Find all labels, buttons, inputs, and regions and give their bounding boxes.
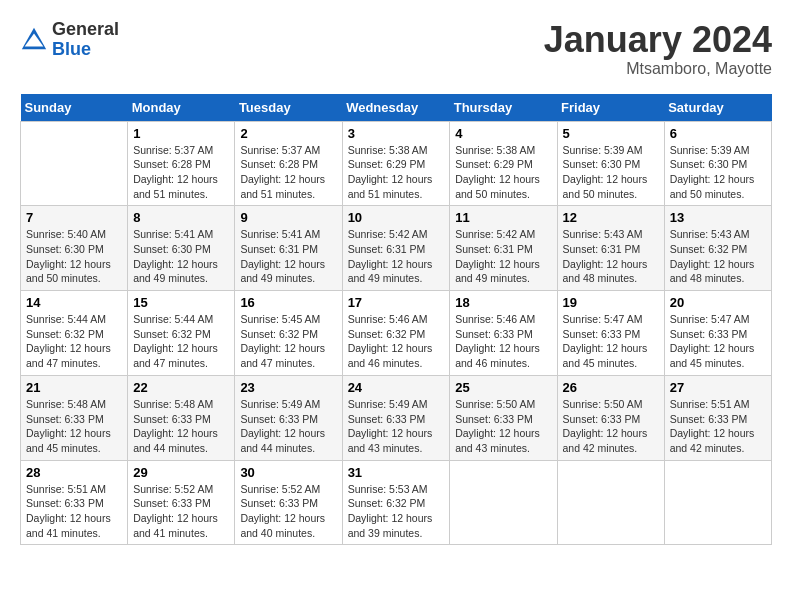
week-row-3: 14Sunrise: 5:44 AM Sunset: 6:32 PM Dayli… [21, 291, 772, 376]
day-number: 16 [240, 295, 336, 310]
week-row-4: 21Sunrise: 5:48 AM Sunset: 6:33 PM Dayli… [21, 375, 772, 460]
calendar-cell: 8Sunrise: 5:41 AM Sunset: 6:30 PM Daylig… [128, 206, 235, 291]
day-info: Sunrise: 5:39 AM Sunset: 6:30 PM Dayligh… [670, 143, 766, 202]
col-header-friday: Friday [557, 94, 664, 122]
col-header-saturday: Saturday [664, 94, 771, 122]
day-info: Sunrise: 5:47 AM Sunset: 6:33 PM Dayligh… [563, 312, 659, 371]
day-number: 18 [455, 295, 551, 310]
calendar-cell: 10Sunrise: 5:42 AM Sunset: 6:31 PM Dayli… [342, 206, 450, 291]
calendar-cell: 11Sunrise: 5:42 AM Sunset: 6:31 PM Dayli… [450, 206, 557, 291]
day-info: Sunrise: 5:50 AM Sunset: 6:33 PM Dayligh… [563, 397, 659, 456]
day-number: 3 [348, 126, 445, 141]
calendar-cell: 9Sunrise: 5:41 AM Sunset: 6:31 PM Daylig… [235, 206, 342, 291]
day-info: Sunrise: 5:53 AM Sunset: 6:32 PM Dayligh… [348, 482, 445, 541]
day-info: Sunrise: 5:48 AM Sunset: 6:33 PM Dayligh… [26, 397, 122, 456]
calendar-cell: 2Sunrise: 5:37 AM Sunset: 6:28 PM Daylig… [235, 121, 342, 206]
calendar-cell: 29Sunrise: 5:52 AM Sunset: 6:33 PM Dayli… [128, 460, 235, 545]
day-number: 13 [670, 210, 766, 225]
day-info: Sunrise: 5:49 AM Sunset: 6:33 PM Dayligh… [240, 397, 336, 456]
calendar-cell: 20Sunrise: 5:47 AM Sunset: 6:33 PM Dayli… [664, 291, 771, 376]
col-header-monday: Monday [128, 94, 235, 122]
day-number: 26 [563, 380, 659, 395]
location: Mtsamboro, Mayotte [544, 60, 772, 78]
calendar-cell: 24Sunrise: 5:49 AM Sunset: 6:33 PM Dayli… [342, 375, 450, 460]
day-info: Sunrise: 5:48 AM Sunset: 6:33 PM Dayligh… [133, 397, 229, 456]
calendar-cell [557, 460, 664, 545]
day-number: 8 [133, 210, 229, 225]
calendar-cell: 21Sunrise: 5:48 AM Sunset: 6:33 PM Dayli… [21, 375, 128, 460]
day-info: Sunrise: 5:47 AM Sunset: 6:33 PM Dayligh… [670, 312, 766, 371]
day-info: Sunrise: 5:43 AM Sunset: 6:31 PM Dayligh… [563, 227, 659, 286]
col-header-thursday: Thursday [450, 94, 557, 122]
day-number: 6 [670, 126, 766, 141]
logo: General Blue [20, 20, 119, 60]
day-number: 21 [26, 380, 122, 395]
calendar-table: SundayMondayTuesdayWednesdayThursdayFrid… [20, 94, 772, 546]
day-info: Sunrise: 5:37 AM Sunset: 6:28 PM Dayligh… [133, 143, 229, 202]
day-number: 30 [240, 465, 336, 480]
day-number: 2 [240, 126, 336, 141]
day-info: Sunrise: 5:51 AM Sunset: 6:33 PM Dayligh… [26, 482, 122, 541]
calendar-cell: 31Sunrise: 5:53 AM Sunset: 6:32 PM Dayli… [342, 460, 450, 545]
day-info: Sunrise: 5:52 AM Sunset: 6:33 PM Dayligh… [240, 482, 336, 541]
month-title: January 2024 [544, 20, 772, 60]
day-number: 5 [563, 126, 659, 141]
col-header-sunday: Sunday [21, 94, 128, 122]
day-number: 15 [133, 295, 229, 310]
calendar-cell: 27Sunrise: 5:51 AM Sunset: 6:33 PM Dayli… [664, 375, 771, 460]
day-number: 4 [455, 126, 551, 141]
calendar-cell: 19Sunrise: 5:47 AM Sunset: 6:33 PM Dayli… [557, 291, 664, 376]
calendar-cell: 6Sunrise: 5:39 AM Sunset: 6:30 PM Daylig… [664, 121, 771, 206]
col-header-wednesday: Wednesday [342, 94, 450, 122]
day-info: Sunrise: 5:44 AM Sunset: 6:32 PM Dayligh… [133, 312, 229, 371]
calendar-cell: 4Sunrise: 5:38 AM Sunset: 6:29 PM Daylig… [450, 121, 557, 206]
week-row-2: 7Sunrise: 5:40 AM Sunset: 6:30 PM Daylig… [21, 206, 772, 291]
calendar-cell [21, 121, 128, 206]
calendar-cell: 16Sunrise: 5:45 AM Sunset: 6:32 PM Dayli… [235, 291, 342, 376]
calendar-cell: 18Sunrise: 5:46 AM Sunset: 6:33 PM Dayli… [450, 291, 557, 376]
calendar-cell: 12Sunrise: 5:43 AM Sunset: 6:31 PM Dayli… [557, 206, 664, 291]
calendar-cell: 30Sunrise: 5:52 AM Sunset: 6:33 PM Dayli… [235, 460, 342, 545]
day-number: 19 [563, 295, 659, 310]
page-header: General Blue January 2024 Mtsamboro, May… [20, 20, 772, 78]
day-number: 9 [240, 210, 336, 225]
day-info: Sunrise: 5:42 AM Sunset: 6:31 PM Dayligh… [348, 227, 445, 286]
calendar-cell: 3Sunrise: 5:38 AM Sunset: 6:29 PM Daylig… [342, 121, 450, 206]
day-number: 25 [455, 380, 551, 395]
calendar-cell: 23Sunrise: 5:49 AM Sunset: 6:33 PM Dayli… [235, 375, 342, 460]
day-number: 23 [240, 380, 336, 395]
day-number: 24 [348, 380, 445, 395]
calendar-cell: 28Sunrise: 5:51 AM Sunset: 6:33 PM Dayli… [21, 460, 128, 545]
logo-blue: Blue [52, 40, 119, 60]
day-number: 31 [348, 465, 445, 480]
day-number: 14 [26, 295, 122, 310]
day-info: Sunrise: 5:42 AM Sunset: 6:31 PM Dayligh… [455, 227, 551, 286]
calendar-cell: 26Sunrise: 5:50 AM Sunset: 6:33 PM Dayli… [557, 375, 664, 460]
day-info: Sunrise: 5:38 AM Sunset: 6:29 PM Dayligh… [455, 143, 551, 202]
calendar-body: 1Sunrise: 5:37 AM Sunset: 6:28 PM Daylig… [21, 121, 772, 545]
day-info: Sunrise: 5:43 AM Sunset: 6:32 PM Dayligh… [670, 227, 766, 286]
day-number: 27 [670, 380, 766, 395]
day-number: 22 [133, 380, 229, 395]
calendar-cell [664, 460, 771, 545]
calendar-header: SundayMondayTuesdayWednesdayThursdayFrid… [21, 94, 772, 122]
day-info: Sunrise: 5:39 AM Sunset: 6:30 PM Dayligh… [563, 143, 659, 202]
header-row: SundayMondayTuesdayWednesdayThursdayFrid… [21, 94, 772, 122]
calendar-cell: 1Sunrise: 5:37 AM Sunset: 6:28 PM Daylig… [128, 121, 235, 206]
title-section: January 2024 Mtsamboro, Mayotte [544, 20, 772, 78]
logo-icon [20, 26, 48, 54]
day-number: 7 [26, 210, 122, 225]
calendar-cell: 25Sunrise: 5:50 AM Sunset: 6:33 PM Dayli… [450, 375, 557, 460]
day-number: 1 [133, 126, 229, 141]
day-info: Sunrise: 5:50 AM Sunset: 6:33 PM Dayligh… [455, 397, 551, 456]
logo-general: General [52, 20, 119, 40]
day-number: 29 [133, 465, 229, 480]
day-info: Sunrise: 5:38 AM Sunset: 6:29 PM Dayligh… [348, 143, 445, 202]
day-info: Sunrise: 5:45 AM Sunset: 6:32 PM Dayligh… [240, 312, 336, 371]
calendar-cell: 15Sunrise: 5:44 AM Sunset: 6:32 PM Dayli… [128, 291, 235, 376]
day-info: Sunrise: 5:46 AM Sunset: 6:32 PM Dayligh… [348, 312, 445, 371]
day-info: Sunrise: 5:49 AM Sunset: 6:33 PM Dayligh… [348, 397, 445, 456]
day-number: 17 [348, 295, 445, 310]
calendar-cell: 22Sunrise: 5:48 AM Sunset: 6:33 PM Dayli… [128, 375, 235, 460]
calendar-cell: 7Sunrise: 5:40 AM Sunset: 6:30 PM Daylig… [21, 206, 128, 291]
